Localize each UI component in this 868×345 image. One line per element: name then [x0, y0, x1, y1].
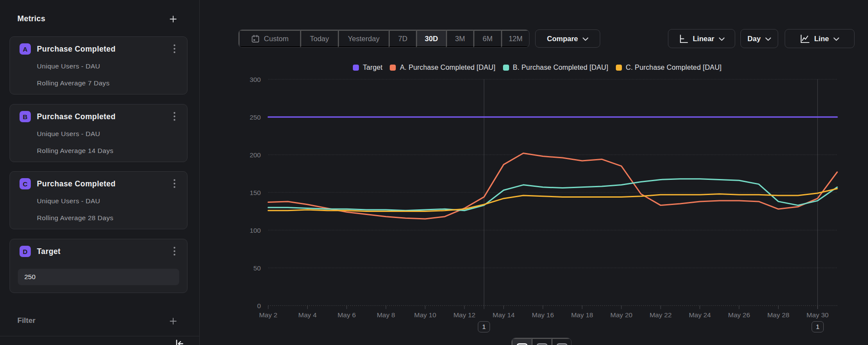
y-axis-label: 300: [250, 76, 261, 83]
x-axis-label: May 16: [532, 311, 554, 319]
y-axis-label: 0: [257, 302, 261, 309]
view-table-button[interactable]: [532, 338, 552, 345]
x-axis-label: May 2: [259, 311, 277, 319]
view-details-button[interactable]: [552, 338, 571, 345]
annotation-badge[interactable]: 1: [812, 321, 824, 332]
details-view-icon: [556, 343, 568, 345]
x-axis-label: May 28: [767, 311, 789, 319]
y-axis-label: 50: [253, 264, 261, 272]
annotation-badge[interactable]: 1: [478, 321, 490, 332]
x-axis-label: May 30: [806, 311, 829, 319]
x-axis-label: May 24: [689, 311, 711, 319]
view-switcher: [511, 338, 572, 345]
view-chart-button[interactable]: [512, 338, 532, 345]
x-axis-label: May 6: [338, 311, 356, 319]
y-axis-label: 250: [250, 114, 261, 121]
y-axis-label: 100: [250, 227, 261, 234]
x-axis-label: May 26: [728, 311, 750, 319]
line-chart: 050100150200250300May 2May 4May 6May 8Ma…: [0, 0, 868, 345]
x-axis-label: May 4: [298, 311, 317, 319]
x-axis-label: May 12: [454, 311, 476, 319]
y-axis-label: 150: [250, 189, 261, 196]
x-axis-label: May 22: [650, 311, 672, 319]
x-axis-label: May 8: [377, 311, 395, 319]
x-axis-label: May 14: [493, 311, 515, 319]
x-axis-label: May 18: [571, 311, 593, 319]
table-view-icon: [536, 343, 548, 345]
x-axis-label: May 10: [414, 311, 436, 319]
chart-view-icon: [516, 343, 528, 345]
series-line-C. Purchase Completed [DAU][interactable]: [268, 189, 837, 211]
y-axis-label: 200: [250, 151, 261, 159]
x-axis-label: May 20: [610, 311, 632, 319]
analytics-dashboard: Metrics A Purchase Completed Unique User…: [0, 0, 868, 345]
